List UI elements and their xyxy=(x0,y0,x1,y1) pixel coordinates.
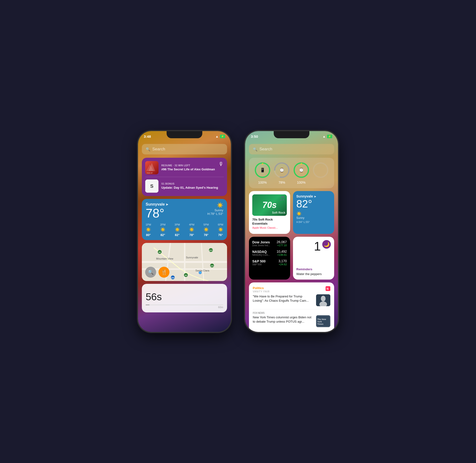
podcast-meta-2: S1 BONUS xyxy=(161,182,224,185)
battery-pct-iphone: 100% xyxy=(258,181,267,184)
music-source: Apple Music Classic... xyxy=(252,226,287,229)
forecast-6pm: 6PM ☀️ 76° xyxy=(218,223,223,237)
map-search-button[interactable]: 🔍 xyxy=(145,267,156,278)
podcast-item-1: reply-all RESUME · 32 MIN LEFT #96 The S… xyxy=(145,161,218,174)
watch-device-icon-1: ⌚ xyxy=(279,168,284,173)
screenrecord-time: 56s xyxy=(146,291,223,303)
reminders-task: Water the peppers xyxy=(296,272,322,276)
screenrecord-end: 60m xyxy=(146,306,223,309)
battery-circle-watch1: ⌚ xyxy=(273,161,290,179)
svg-text:York: York xyxy=(317,321,322,323)
status-icons-1: ▲ ⚡ xyxy=(216,135,225,138)
svg-text:Santa Clara: Santa Clara xyxy=(195,269,209,272)
weather-hilo-1: H:78° L:53° xyxy=(207,212,223,215)
battery-widget[interactable]: 📱 ⚡ 100% ⌚ 78% xyxy=(249,158,334,188)
search-label-1: Search xyxy=(152,147,165,151)
apple-news-icon: N xyxy=(326,286,330,292)
phone-2-screen: 3:50 ▲ ⚡ 🔍 Search xyxy=(245,131,338,332)
weather-location-container: Sunnyvale ➤ 78° xyxy=(146,202,168,220)
map-container: 85 237 101 85 280 Mountain View Sunnyval… xyxy=(142,243,227,281)
iphone-device-icon: 📱 xyxy=(260,168,265,173)
stock-dow: Dow Jones Dow Jones Ind... 26,067 +177.1… xyxy=(252,240,287,247)
replies-all-art: reply-all xyxy=(145,161,159,174)
music-title: 70s Soft Rock Essentials xyxy=(252,218,287,226)
reminders-count: 1 xyxy=(314,239,321,253)
podcast-divider xyxy=(145,177,224,177)
news-headline-2: New York Times columnist urges Biden not… xyxy=(253,315,314,324)
stock-sp500-right: 3,170 +24.62 xyxy=(278,259,287,266)
stock-sp500: S&P 500 S&P 500 3,170 +24.62 xyxy=(252,259,287,266)
podcast-info-1: RESUME · 32 MIN LEFT #96 The Secret Life… xyxy=(161,164,218,171)
weather-small-condition: Sunny xyxy=(296,216,331,220)
music-widget[interactable]: 70s Soft Rock 🎵 70s Soft Rock Essentials… xyxy=(249,191,290,234)
weather-forecast-1: 1PM ☀️ 80° 2PM ☀️ 82° 3PM ☀️ 82° xyxy=(146,223,223,237)
stocks-widget[interactable]: Dow Jones Dow Jones Ind... 26,067 +177.1… xyxy=(249,237,290,280)
reminders-moon-icon: 🌙 xyxy=(322,240,331,249)
screenrecord-widget[interactable]: 56s 60m xyxy=(142,284,227,312)
weather-small-location: Sunnyvale ➤ xyxy=(296,194,331,198)
podcast-item-2: S S1 BONUS Update: Day 01, Adnan Syed's … xyxy=(145,179,224,193)
search-bar-1[interactable]: 🔍 Search xyxy=(142,144,227,154)
svg-text:Sunnyvale: Sunnyvale xyxy=(186,256,198,259)
battery-item-watch2: ⌚ ⚡ 100% xyxy=(293,161,310,184)
wifi-icon-1: ▲ xyxy=(216,135,218,138)
podcasts-widget[interactable]: reply-all RESUME · 32 MIN LEFT #96 The S… xyxy=(142,158,227,196)
stock-nasdaq-right: 10,492 +148.61 xyxy=(277,249,287,256)
battery-circle-watch2: ⌚ ⚡ xyxy=(293,161,310,179)
battery-item-watch1: ⌚ 78% xyxy=(273,161,290,184)
battery-icon-2: ⚡ xyxy=(327,135,332,138)
time-1: 3:48 xyxy=(144,134,151,138)
phone-1-content: 🔍 Search xyxy=(138,142,231,332)
weather-right: ☀️ Sunny H:78° L:53° xyxy=(207,202,223,215)
screenrecord-bar xyxy=(146,304,149,305)
news-divider xyxy=(253,309,330,309)
maps-widget[interactable]: 85 237 101 85 280 Mountain View Sunnyval… xyxy=(142,243,227,281)
search-label-2: Search xyxy=(260,147,272,151)
podcast-title-1: #96 The Secret Life of Alex Goldman xyxy=(161,168,218,171)
stock-nasdaq: NASDAQ NASDAQ Com... 10,492 +148.61 xyxy=(252,249,287,256)
search-bar-2[interactable]: 🔍 Search xyxy=(249,144,334,154)
music-art: 70s Soft Rock 🎵 xyxy=(252,194,287,216)
search-icon-2: 🔍 xyxy=(253,147,258,151)
stock-dow-left: Dow Jones Dow Jones Ind... xyxy=(252,240,270,247)
battery-circle-empty xyxy=(312,161,329,179)
weather-widget-small[interactable]: Sunnyvale ➤ 82° ☀️ Sunny H:84° L:55° xyxy=(293,191,334,234)
svg-point-31 xyxy=(314,163,328,177)
phone-1-screen: 3:48 ▲ ⚡ 🔍 Search xyxy=(138,131,231,332)
weather-widget-1[interactable]: Sunnyvale ➤ 78° ☀️ Sunny H:78° L:53° 1PM… xyxy=(142,199,227,240)
podcast-meta-1: RESUME · 32 MIN LEFT xyxy=(161,164,218,167)
notch-1 xyxy=(167,131,202,138)
svg-point-35 xyxy=(321,296,326,302)
wifi-icon-2: ▲ xyxy=(323,135,326,138)
music-art-text: 70s xyxy=(262,200,277,210)
news-item-2: New York Times columnist urges Biden not… xyxy=(253,315,330,327)
podcast-header: reply-all RESUME · 32 MIN LEFT #96 The S… xyxy=(145,161,224,174)
svg-text:Times: Times xyxy=(317,323,323,325)
forecast-4pm: 4PM ☀️ 78° xyxy=(189,223,194,237)
svg-text:The New: The New xyxy=(317,318,326,321)
phone-1: 3:48 ▲ ⚡ 🔍 Search xyxy=(138,131,231,332)
map-food-button[interactable]: 🍴 xyxy=(159,267,170,278)
podcast-info-2: S1 BONUS Update: Day 01, Adnan Syed's He… xyxy=(161,182,224,190)
watch-device-icon-2: ⌚ xyxy=(299,168,304,173)
reminders-app-label: Reminders xyxy=(296,267,312,271)
svg-text:237: 237 xyxy=(209,249,213,251)
battery-pct-empty: -- xyxy=(320,181,322,184)
news-item-1: "We Have to Be Prepared for Trump Losing… xyxy=(253,294,330,306)
news-thumb-2: The New York Times xyxy=(316,315,330,327)
forecast-2pm: 2PM ☀️ 82° xyxy=(160,223,166,237)
battery-icon-1: ⚡ xyxy=(220,135,225,138)
weather-small-hilo: H:84° L:55° xyxy=(296,221,331,223)
podcast-title-2: Update: Day 01, Adnan Syed's Hearing xyxy=(161,186,224,190)
battery-item-iphone: 📱 ⚡ 100% xyxy=(254,161,271,184)
news-widget[interactable]: N Politics Vanity Fair "We Have to Be Pr… xyxy=(249,282,334,332)
news-headline-1: "We Have to Be Prepared for Trump Losing… xyxy=(253,294,314,303)
news-source-1: Vanity Fair xyxy=(253,290,330,293)
reminders-widget[interactable]: 🌙 1 Reminders Water the peppers xyxy=(293,237,334,280)
phone-2-content: 🔍 Search 📱 ⚡ 100% xyxy=(245,142,338,332)
news-section-label: Politics xyxy=(253,286,330,290)
notch-2 xyxy=(274,131,309,138)
music-note-icon: 🎵 xyxy=(280,196,285,201)
svg-text:N: N xyxy=(327,287,329,291)
podcasts-app-icon: 🎙 xyxy=(218,161,224,167)
